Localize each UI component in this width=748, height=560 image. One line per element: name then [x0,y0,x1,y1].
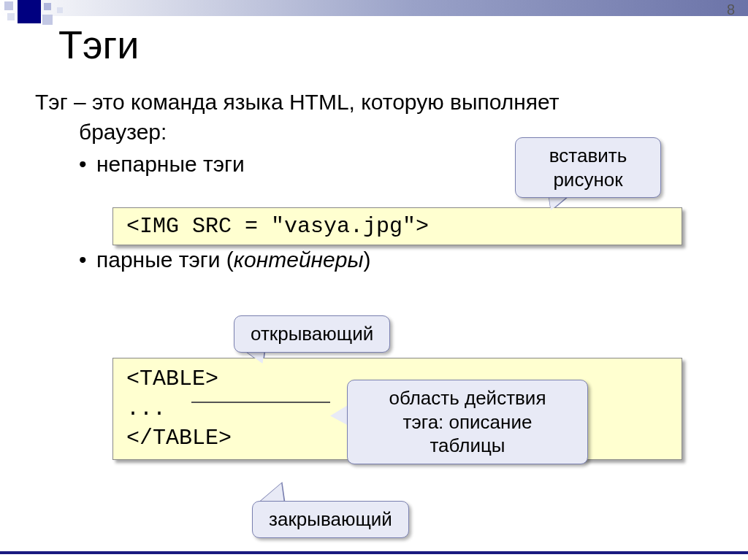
callout-insert-image: вставить рисунок [515,137,661,198]
bullet-paired: •парные тэги (контейнеры) [79,245,719,275]
code-example-img: <IMG SRC = "vasya.jpg"> [112,207,682,245]
callout-closing-tag: закрывающий [252,501,409,538]
bullet-dot-icon: • [79,245,96,275]
code-img-text: <IMG SRC = "vasya.jpg"> [126,214,429,239]
connector-line [191,402,330,403]
bullet-unpaired-label: непарные тэги [96,152,245,176]
definition-line1: Тэг – это команда языка HTML, которую вы… [35,88,719,118]
bullet-paired-suffix: ) [364,248,371,272]
callout-scope-line3: таблицы [364,434,571,458]
callout-opening-tag: открывающий [234,315,390,353]
slide-title: Тэги [58,22,139,67]
callout-tail [259,483,289,502]
bullet-dot-icon: • [79,150,96,180]
header-gradient [0,0,748,16]
bullet-paired-prefix: парные тэги ( [96,248,234,272]
footer-line [0,551,748,554]
callout-scope-line2: тэга: описание [364,410,571,434]
callout-opening-label: открывающий [251,323,373,345]
bullet-paired-italic: контейнеры [234,248,364,272]
callout-tag-scope: область действия тэга: описание таблицы [347,380,588,464]
callout-closing-label: закрывающий [269,508,392,530]
callout-scope-line1: область действия [364,386,571,410]
page-number: 8 [727,1,735,18]
callout-insert-line1: вставить [532,144,644,168]
callout-insert-line2: рисунок [532,168,644,192]
